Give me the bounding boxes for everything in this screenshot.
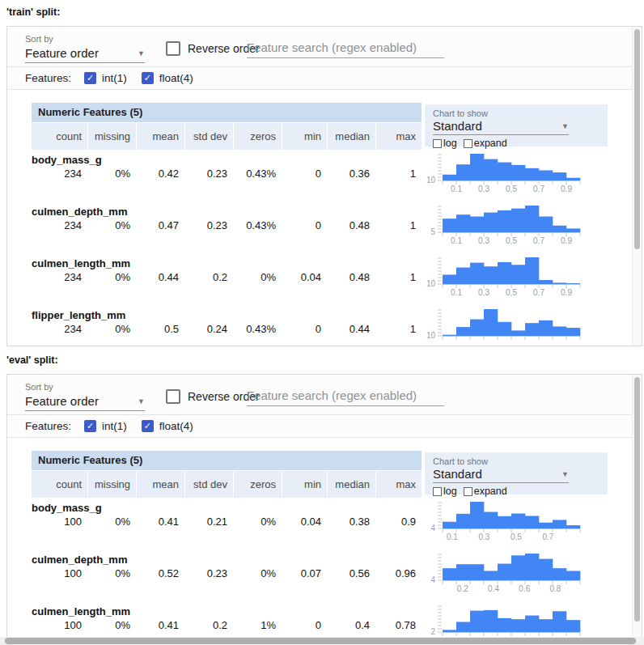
histogram-chart: 100.10.30.50.70.9 [425,152,595,194]
feature-value-cell: 0.2 [184,270,233,284]
horizontal-scrollbar-thumb[interactable] [5,638,636,644]
feature-row: flipper_length_mm2340%0.50.240.43%00.441 [32,310,422,346]
vertical-scrollbar-thumb[interactable] [634,377,640,622]
chevron-down-icon: ▼ [561,470,569,478]
feature-value-cell: 0 [282,219,327,232]
vertical-scrollbar[interactable] [632,375,642,645]
feature-value-cell: 234 [32,219,87,232]
sort-by-dropdown[interactable]: Sort by Feature order ▼ [25,34,145,63]
column-header: mean [136,471,184,498]
feature-value-cell: 0% [87,167,136,180]
column-header: zeros [233,471,282,498]
stats-panel: Sort by Feature order ▼ Reverse order Fe… [6,26,642,346]
chart-to-show-label: Chart to show [433,456,608,466]
features-filter-row: Features: ✓int(1)✓float(4) [7,415,642,438]
histogram-block: 10 [425,308,621,346]
histogram-x-label: 0.9 [561,185,572,193]
chart-to-show-box: Chart to show Standard ▼ log expand [425,104,608,146]
reverse-order-checkbox[interactable]: Reverse order [166,41,260,56]
feature-value-cell: 0.56 [327,566,375,580]
feature-name: culmen_length_mm [32,606,422,617]
histogram-x-label: 0.1 [451,185,462,193]
feature-name: body_mass_g [32,503,422,513]
feature-values: 1000%0.410.210%0.040.380.9 [32,515,422,528]
feature-value-cell: 0.96 [375,566,422,580]
facets-overview-page: 'train' split: Sort by Feature order ▼ R… [0,0,644,645]
chart-type-dropdown[interactable]: Standard ▼ [433,467,569,483]
reverse-order-checkbox[interactable]: Reverse order [166,389,260,404]
vertical-scrollbar[interactable] [632,27,642,346]
feature-values: 2340%0.50.240.43%00.441 [32,322,422,336]
expand-checkbox[interactable] [464,487,472,496]
feature-value-cell: 1 [375,322,422,336]
feature-search-field[interactable] [247,36,444,58]
feature-value-cell: 0.48 [327,219,375,232]
checkbox-checked-icon[interactable]: ✓ [84,72,96,84]
numeric-features-table: Numeric Features (5) countmissingmeanstd… [32,451,422,645]
table-title: Numeric Features (5) [32,451,422,470]
log-label: log [443,486,457,497]
histogram-chart: 40.10.30.50.7 [425,500,595,542]
histogram-x-label: 0.7 [533,185,544,193]
histogram-x-label: 0.5 [506,185,517,193]
histogram-chart: 40.20.40.60.8 [425,552,595,594]
feature-type-label: int(1) [102,72,127,84]
numeric-features-table: Numeric Features (5) countmissingmeanstd… [32,103,422,346]
stats-panel: Sort by Feature order ▼ Reverse order Fe… [6,374,642,645]
feature-value-cell: 0.44 [327,322,375,336]
column-header: min [282,471,327,498]
feature-name: culmen_depth_mm [32,206,422,217]
feature-value-cell: 234 [32,167,87,180]
feature-value-cell: 0.36 [327,167,375,180]
sort-by-value: Feature order [25,46,99,60]
column-header: std dev [184,471,233,498]
feature-values: 1000%0.520.230%0.070.560.96 [32,566,422,580]
histogram-list: 100.10.30.50.70.950.10.30.50.70.9100.10.… [425,152,621,346]
histogram-block: 100.10.30.50.70.9 [425,256,621,308]
chart-to-show-label: Chart to show [433,108,608,118]
feature-value-cell: 1 [375,270,422,284]
feature-name: culmen_length_mm [32,258,422,269]
chevron-down-icon: ▼ [138,397,145,405]
feature-value-cell: 0.41 [136,515,184,528]
histogram-x-label: 0.3 [478,236,489,245]
feature-value-cell: 0% [233,270,282,284]
checkbox-unchecked-icon[interactable] [166,389,180,404]
chart-type-dropdown[interactable]: Standard ▼ [433,119,569,135]
feature-search-input[interactable] [247,36,444,58]
horizontal-scrollbar[interactable] [0,637,644,645]
log-checkbox[interactable] [433,487,442,496]
split-section: 'train' split: Sort by Feature order ▼ R… [0,6,644,346]
log-checkbox[interactable] [433,139,442,148]
feature-value-cell: 0.78 [375,618,422,632]
histogram-chart: 50.10.30.50.70.9 [425,204,595,246]
feature-value-cell: 1% [233,618,282,632]
chevron-down-icon: ▼ [561,122,569,130]
column-header: median [327,471,375,498]
histogram-x-label: 0.3 [478,185,489,193]
checkbox-checked-icon[interactable]: ✓ [142,72,154,84]
checkbox-checked-icon[interactable]: ✓ [84,420,96,432]
stats-content: Numeric Features (5) countmissingmeanstd… [7,438,642,645]
feature-rows: body_mass_g1000%0.410.210%0.040.380.9cul… [32,503,422,645]
feature-search-input[interactable] [247,384,444,406]
table-title: Numeric Features (5) [32,103,422,122]
feature-name: body_mass_g [32,155,422,165]
histogram-y-label: 4 [430,524,435,533]
split-label: 'eval' split: [6,354,644,366]
histogram-x-label: 0.5 [506,236,517,245]
vertical-scrollbar-thumb[interactable] [634,29,640,249]
histogram-y-label: 10 [426,176,436,185]
checkbox-unchecked-icon[interactable] [166,41,180,56]
histogram-block: 40.10.30.50.7 [425,500,621,552]
features-label: Features: [25,72,71,84]
histogram-x-label: 0.1 [447,533,458,541]
feature-value-cell: 0.23 [184,167,233,180]
feature-value-cell: 0.43% [233,322,282,336]
feature-search-field[interactable] [247,384,444,406]
column-header: missing [87,123,136,150]
sort-by-dropdown[interactable]: Sort by Feature order ▼ [25,382,145,411]
histogram-y-label: 10 [426,331,436,340]
checkbox-checked-icon[interactable]: ✓ [142,420,154,432]
expand-checkbox[interactable] [464,139,472,148]
